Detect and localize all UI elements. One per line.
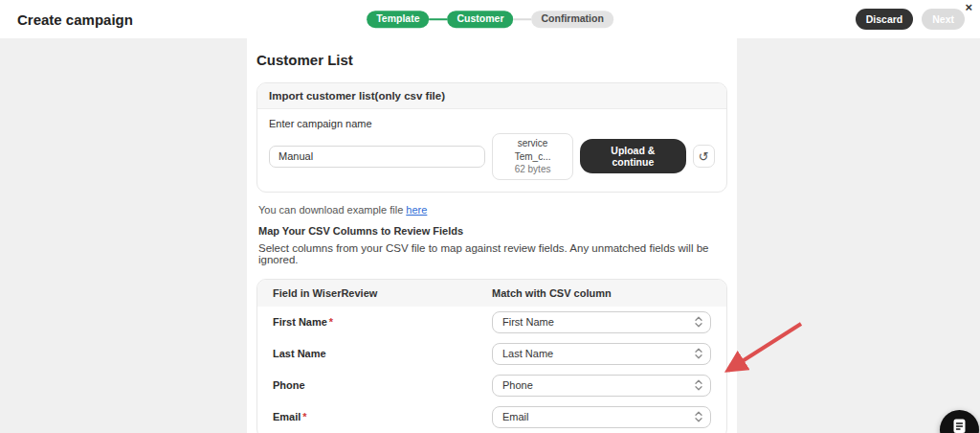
- mapping-row-email: Email* Email: [257, 401, 726, 433]
- import-card-title: Import customer list(only csv file): [257, 83, 726, 109]
- select-chevrons-icon: [695, 379, 702, 391]
- import-card: Import customer list(only csv file) Ente…: [256, 82, 727, 193]
- campaign-name-input[interactable]: [269, 146, 485, 168]
- select-value: Phone: [502, 379, 533, 391]
- mapping-description: Select columns from your CSV file to map…: [258, 242, 727, 265]
- select-value: First Name: [502, 316, 554, 328]
- column-header-field: Field in WiserReview: [273, 287, 492, 299]
- select-chevrons-icon: [695, 348, 702, 359]
- field-label-first-name: First Name*: [273, 316, 492, 328]
- field-text: First Name: [273, 316, 327, 328]
- import-card-body: Enter campaign name service Tem_c... 62 …: [257, 109, 726, 192]
- field-text: Phone: [273, 379, 305, 391]
- field-text: Email: [273, 411, 301, 422]
- step-template[interactable]: Template: [367, 11, 429, 28]
- header-next-button[interactable]: Next: [922, 9, 965, 30]
- example-file-text: You can download example file: [258, 204, 406, 216]
- step-customer[interactable]: Customer: [447, 11, 513, 28]
- topbar-actions: Discard Next: [856, 9, 980, 30]
- stepper-connector-2: [514, 18, 532, 20]
- stepper-connector-1: [429, 18, 447, 20]
- mapping-row-first-name: First Name* First Name: [257, 307, 726, 338]
- required-mark: *: [302, 411, 306, 422]
- column-header-csv: Match with CSV column: [492, 287, 711, 299]
- select-value: Email: [502, 411, 529, 422]
- required-mark: *: [329, 316, 333, 328]
- close-icon[interactable]: ×: [965, 1, 972, 13]
- mapping-row-phone: Phone Phone: [257, 370, 726, 401]
- page-header-title: Create campaign: [0, 11, 133, 28]
- field-text: Last Name: [273, 348, 326, 359]
- file-size: 62 bytes: [501, 163, 565, 176]
- campaign-name-label: Enter campaign name: [269, 118, 715, 129]
- file-name: service Tem_c...: [501, 137, 565, 163]
- file-chip[interactable]: service Tem_c... 62 bytes: [492, 133, 573, 180]
- select-chevrons-icon: [695, 411, 702, 422]
- example-file-link[interactable]: here: [406, 204, 427, 216]
- field-label-phone: Phone: [273, 379, 492, 391]
- csv-column-select-last-name[interactable]: Last Name: [492, 343, 711, 365]
- document-chat-icon: [951, 418, 968, 433]
- csv-column-select-first-name[interactable]: First Name: [492, 311, 711, 333]
- upload-continue-button[interactable]: Upload & continue: [580, 139, 685, 173]
- step-confirmation[interactable]: Confirmation: [532, 11, 613, 28]
- mapping-card: Field in WiserReview Match with CSV colu…: [256, 279, 727, 433]
- stepper: Template Customer Confirmation: [367, 11, 613, 28]
- example-file-line: You can download example file here: [258, 204, 727, 216]
- select-value: Last Name: [502, 348, 553, 359]
- select-chevrons-icon: [695, 316, 702, 328]
- page-title: Customer List: [256, 52, 727, 68]
- topbar: Create campaign Template Customer Confir…: [0, 0, 980, 38]
- upload-row: service Tem_c... 62 bytes Upload & conti…: [269, 133, 715, 180]
- field-label-email: Email*: [273, 411, 492, 422]
- field-label-last-name: Last Name: [273, 348, 492, 359]
- mapping-heading: Map Your CSV Columns to Review Fields: [258, 225, 727, 237]
- chat-widget-button[interactable]: [940, 410, 979, 433]
- discard-button[interactable]: Discard: [856, 9, 914, 30]
- undo-icon: ↺: [699, 149, 709, 164]
- main-panel: Customer List Import customer list(only …: [247, 38, 737, 433]
- reset-upload-button[interactable]: ↺: [693, 145, 715, 168]
- mapping-table-header: Field in WiserReview Match with CSV colu…: [257, 280, 726, 307]
- csv-column-select-phone[interactable]: Phone: [492, 375, 711, 397]
- mapping-row-last-name: Last Name Last Name: [257, 338, 726, 370]
- csv-column-select-email[interactable]: Email: [492, 406, 711, 428]
